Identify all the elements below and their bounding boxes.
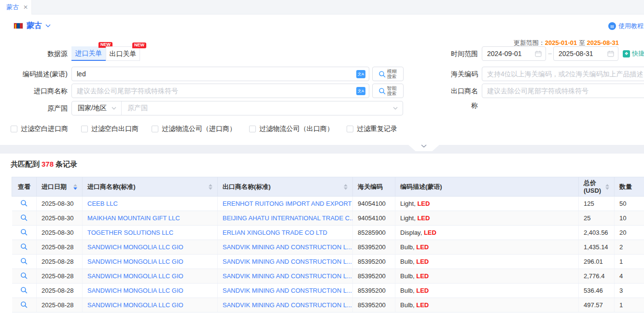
view-record-button[interactable] [20, 228, 28, 236]
exporter-link[interactable]: SANDVIK MINING AND CONSTRUCTION L... [223, 243, 352, 251]
importer-name-label: 进口商名称 [0, 84, 68, 98]
browser-tab-mongolia[interactable]: 蒙古 ✕ [0, 0, 32, 14]
cell-code-desc: Bulb, LED [395, 240, 579, 255]
cell-total: 497.57 [579, 298, 615, 313]
exporter-link[interactable]: SANDVIK MINING AND CONSTRUCTION L... [223, 287, 352, 294]
importer-link[interactable]: CEEB LLC [87, 200, 118, 207]
importer-name-input[interactable] [72, 84, 369, 98]
search-icon [378, 87, 386, 95]
led-highlight: LED [416, 258, 429, 265]
exporter-link[interactable]: ERENHOT RUITONG IMPORT AND EXPORT ... [223, 200, 353, 207]
col-importer-name[interactable]: 进口商名称(标准) [83, 177, 218, 197]
importer-link[interactable]: SANDWICH MONGOLIA LLC GIO [87, 243, 183, 251]
importer-link[interactable]: SANDWICH MONGOLIA LLC GIO [87, 272, 183, 280]
chevron-down-icon[interactable] [393, 107, 403, 110]
cell-exporter: BEIJING AHATU INTERNATIONAL TRADE C... [218, 211, 353, 226]
importer-link[interactable]: TOGETHER SOLUTIONS LLC [87, 229, 173, 236]
calendar-icon[interactable] [535, 50, 542, 57]
table-row: 2025-08-30 MAIKHAN MOUNTAIN GIFT LLC BEI… [12, 211, 644, 226]
date-start-input[interactable]: 2024-09-01 [482, 46, 546, 61]
col-exporter-name[interactable]: 出口商名称(标准) [218, 177, 353, 197]
cell-exporter: SANDVIK MINING AND CONSTRUCTION L... [218, 284, 353, 298]
exporter-link[interactable]: SANDVIK MINING AND CONSTRUCTION L... [223, 258, 352, 265]
importer-link[interactable]: SANDWICH MONGOLIA LLC GIO [87, 258, 183, 265]
view-record-button[interactable] [20, 301, 28, 308]
checkbox-box[interactable] [81, 126, 88, 132]
date-end-input[interactable]: 2025-08-31 [553, 46, 618, 61]
magnifier-icon [20, 199, 28, 207]
importer-link[interactable]: SANDWICH MONGOLIA LLC GIO [87, 287, 183, 294]
view-record-button[interactable] [20, 286, 28, 294]
origin-combo: 国家/地区 原产国 [71, 101, 403, 115]
cell-total: 1,435.14 [579, 240, 615, 255]
cell-exporter: SANDVIK MINING AND CONSTRUCTION L... [218, 269, 353, 284]
view-record-button[interactable] [20, 199, 28, 207]
filter-checkbox[interactable]: 过滤重复记录 [347, 125, 397, 133]
tab-import-declarations[interactable]: 进口关单 NEW [71, 46, 106, 61]
cell-code-desc: Bulb, LED [395, 298, 579, 313]
calendar-icon[interactable] [607, 50, 614, 57]
col-import-date[interactable]: 进口日期 [37, 177, 83, 197]
col-quantity: 数量 [615, 177, 644, 197]
cell-hs-code: 85395200 [353, 284, 395, 298]
smart-search-button[interactable]: 智能搜索 [372, 84, 404, 98]
magnifier-icon [20, 214, 28, 221]
filter-checkbox[interactable]: 过滤物流公司（出口商） [249, 125, 334, 133]
cell-import-date: 2025-08-28 [37, 269, 83, 284]
cell-view [12, 211, 37, 226]
led-highlight: LED [416, 272, 429, 280]
sort-icon[interactable] [70, 184, 77, 190]
section-divider [0, 145, 644, 154]
origin-type-select[interactable]: 国家/地区 [72, 101, 122, 115]
checkbox-box[interactable] [249, 126, 256, 132]
translate-icon[interactable]: 文A [356, 87, 365, 95]
cell-hs-code: 94054100 [353, 197, 395, 211]
code-desc-input[interactable] [72, 67, 369, 81]
exporter-link[interactable]: BEIJING AHATU INTERNATIONAL TRADE C... [223, 214, 353, 222]
sort-icon[interactable] [205, 184, 212, 190]
cell-exporter: ERLIAN XINGLONG TRADE CO LTD [218, 226, 353, 240]
mongolia-flag-icon [14, 23, 23, 29]
cell-view [12, 284, 37, 298]
filter-checkbox[interactable]: 过滤空白进口商 [11, 125, 68, 133]
cell-importer: SANDWICH MONGOLIA LLC GIO [83, 284, 218, 298]
exporter-link[interactable]: SANDVIK MINING AND CONSTRUCTION L... [223, 272, 352, 280]
fuzzy-search-button[interactable]: 模糊搜索 [372, 67, 404, 81]
importer-link[interactable]: SANDWICH MONGOLIA LLC GIO [87, 301, 183, 309]
tutorial-link[interactable]: ▤ 使用教程 [608, 22, 644, 30]
exporter-link[interactable]: SANDVIK MINING AND CONSTRUCTION L... [223, 301, 352, 309]
chevron-down-icon[interactable] [45, 24, 51, 28]
magnifier-icon [20, 257, 28, 265]
cell-total: 125 [579, 197, 615, 211]
tab-export-declarations[interactable]: 出口关单 NEW [106, 46, 140, 61]
origin-input[interactable]: 原产国 [122, 104, 393, 113]
hs-code-input[interactable] [482, 67, 644, 81]
view-record-button[interactable] [20, 214, 28, 221]
importer-link[interactable]: MAIKHAN MOUNTAIN GIFT LLC [87, 214, 180, 222]
chevron-down-icon [421, 144, 427, 148]
table-row: 2025-08-30 CEEB LLC ERENHOT RUITONG IMPO… [12, 197, 644, 211]
sort-icon[interactable] [340, 184, 348, 190]
country-selector[interactable]: 蒙古 [14, 21, 51, 31]
led-highlight: LED [416, 243, 429, 251]
checkbox-box[interactable] [152, 126, 158, 132]
filter-checkbox[interactable]: 过滤物流公司（进口商） [152, 125, 236, 133]
quick-select-button[interactable]: ❖ 快捷 [623, 46, 644, 61]
cell-quantity: 1 [615, 298, 644, 313]
checkbox-box[interactable] [11, 126, 17, 132]
col-total-usd[interactable]: 总价 (USD) [579, 177, 615, 197]
filter-checkbox[interactable]: 过滤空白出口商 [81, 125, 139, 133]
table-row: 2025-08-30 TOGETHER SOLUTIONS LLC ERLIAN… [12, 226, 644, 240]
cell-quantity: 1 [615, 255, 644, 269]
view-record-button[interactable] [20, 272, 28, 279]
translate-icon[interactable]: 文A [356, 70, 365, 78]
sort-icon[interactable] [602, 184, 609, 190]
data-source-label: 数据源 [0, 46, 68, 61]
checkbox-box[interactable] [347, 126, 353, 132]
view-record-button[interactable] [20, 243, 28, 250]
exporter-link[interactable]: ERLIAN XINGLONG TRADE CO LTD [223, 229, 327, 236]
close-icon[interactable]: ✕ [23, 4, 28, 11]
results-section: 共匹配到378条记录 查看 进口日期 进口商名称(标准) 出口商名称(标准) 海… [0, 154, 644, 313]
view-record-button[interactable] [20, 257, 28, 265]
exporter-name-input[interactable] [482, 84, 644, 98]
